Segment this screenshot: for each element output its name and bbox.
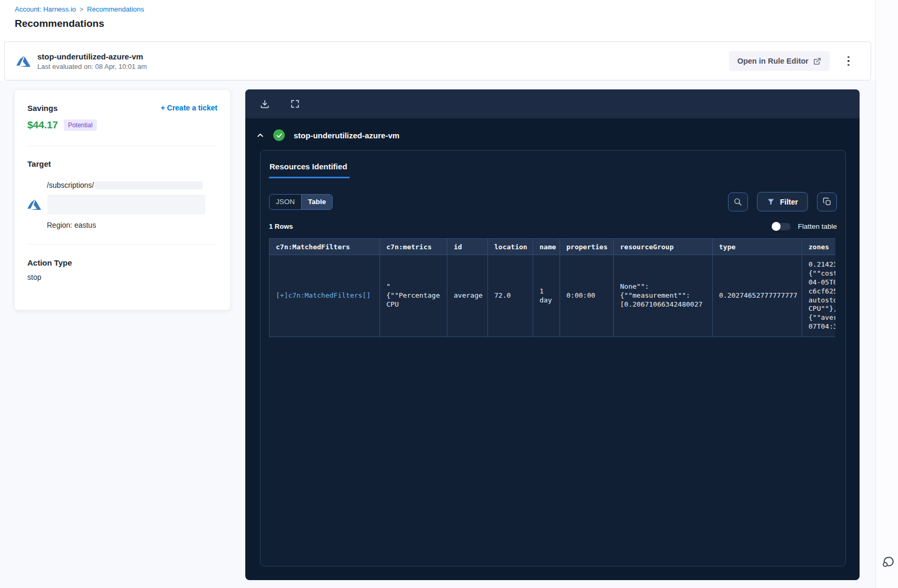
recommendation-identity: stop-underutilized-azure-vm Last evaluat… bbox=[16, 52, 147, 70]
divider bbox=[27, 244, 217, 245]
recommendation-details-card: Savings + Create a ticket $44.17 Potenti… bbox=[14, 89, 231, 310]
view-toggle-json[interactable]: JSON bbox=[270, 195, 301, 209]
feedback-chat-button[interactable] bbox=[880, 554, 896, 570]
open-rule-editor-label: Open in Rule Editor bbox=[737, 57, 809, 65]
expand-matched-filters-link[interactable]: [+]c7n:MatchedFilters[] bbox=[276, 291, 371, 299]
fullscreen-button[interactable] bbox=[289, 98, 301, 110]
redacted-subscription-id bbox=[95, 181, 203, 189]
cell-properties: 0:00:00 bbox=[560, 255, 614, 337]
recommendation-header-card: stop-underutilized-azure-vm Last evaluat… bbox=[4, 42, 871, 80]
savings-label: Savings bbox=[27, 104, 58, 113]
resource-result-title: stop-underutilized-azure-vm bbox=[294, 131, 400, 140]
kebab-menu-button[interactable] bbox=[842, 53, 855, 69]
view-toggle-table[interactable]: Table bbox=[301, 195, 332, 209]
column-header: id bbox=[447, 239, 488, 255]
cell-location: 72.0 bbox=[488, 255, 533, 337]
breadcrumb-account-link[interactable]: Account: Harness.io bbox=[15, 5, 76, 13]
flatten-table-toggle[interactable] bbox=[773, 223, 791, 230]
table-header-row: c7n:MatchedFilters c7n:metrics id locati… bbox=[270, 239, 836, 255]
search-button[interactable] bbox=[728, 192, 748, 211]
cell-zones: 0.21423 {""cost 04-05T0 c6cf625 autosto … bbox=[802, 255, 836, 337]
table-controls: JSON Table Filter bbox=[269, 192, 837, 211]
open-rule-editor-button[interactable]: Open in Rule Editor bbox=[729, 51, 830, 71]
target-path: /subscriptions/ bbox=[47, 181, 94, 189]
breadcrumb: Account: Harness.io > Recommendations bbox=[15, 5, 875, 13]
breadcrumb-recommendations-link[interactable]: Recommendations bbox=[87, 5, 144, 13]
action-type-value: stop bbox=[27, 273, 217, 281]
last-evaluated-text: Last evaluated on: 08 Apr, 10:01 am bbox=[37, 63, 147, 70]
header-actions: Open in Rule Editor bbox=[729, 51, 855, 71]
chevron-up-icon[interactable] bbox=[256, 131, 264, 139]
view-toggle: JSON Table bbox=[269, 194, 333, 210]
column-header: resourceGroup bbox=[614, 239, 713, 255]
main-content: Account: Harness.io > Recommendations Re… bbox=[0, 0, 875, 588]
page-header: Account: Harness.io > Recommendations Re… bbox=[0, 0, 875, 42]
copy-button[interactable] bbox=[817, 192, 837, 211]
target-region: Region: eastus bbox=[47, 221, 217, 229]
action-type-label: Action Type bbox=[27, 258, 217, 267]
results-table-wrapper: c7n:MatchedFilters c7n:metrics id locati… bbox=[269, 238, 835, 337]
table-row: [+]c7n:MatchedFilters[] " {""Percentage … bbox=[270, 255, 836, 337]
filter-icon bbox=[767, 198, 775, 206]
breadcrumb-separator: > bbox=[79, 6, 83, 13]
potential-badge: Potential bbox=[64, 119, 97, 131]
success-icon bbox=[273, 129, 285, 141]
tab-resources-identified[interactable]: Resources Identified bbox=[269, 161, 350, 178]
column-header: name bbox=[533, 239, 560, 255]
page-title: Recommendations bbox=[15, 18, 875, 29]
column-header: location bbox=[488, 239, 533, 255]
resource-result-row: stop-underutilized-azure-vm bbox=[256, 127, 860, 143]
flatten-table-label: Flatten table bbox=[798, 222, 837, 230]
azure-icon bbox=[16, 54, 31, 68]
savings-amount: $44.17 bbox=[27, 119, 58, 131]
resources-identified-section: Resources Identified JSON Table bbox=[260, 150, 846, 566]
target-label: Target bbox=[27, 159, 217, 168]
evaluation-results-panel: stop-underutilized-azure-vm Resources Id… bbox=[245, 89, 860, 580]
right-rail bbox=[875, 0, 898, 588]
results-toolbar bbox=[245, 89, 860, 118]
cell-type: 0.20274652777777777 bbox=[713, 255, 802, 337]
divider bbox=[27, 146, 217, 146]
filter-button[interactable]: Filter bbox=[757, 192, 808, 211]
cell-name: 1 day bbox=[533, 255, 560, 337]
column-header: properties bbox=[560, 239, 614, 255]
download-button[interactable] bbox=[258, 98, 271, 110]
azure-icon bbox=[27, 198, 41, 211]
create-ticket-link[interactable]: + Create a ticket bbox=[161, 104, 217, 112]
cell-metrics: " {""Percentage CPU bbox=[380, 255, 447, 337]
redacted-resource-path bbox=[47, 195, 205, 215]
column-header: c7n:MatchedFilters bbox=[270, 239, 380, 255]
cell-resource-group: None"": {""measurement"": [0.20671066342… bbox=[614, 255, 713, 337]
content-area: Savings + Create a ticket $44.17 Potenti… bbox=[0, 80, 875, 588]
column-header: zones bbox=[802, 239, 836, 255]
rows-count: 1 Rows bbox=[269, 222, 293, 230]
column-header: type bbox=[713, 239, 802, 255]
results-table: c7n:MatchedFilters c7n:metrics id locati… bbox=[269, 238, 835, 337]
cell-id: average bbox=[447, 255, 488, 337]
column-header: c7n:metrics bbox=[380, 239, 447, 255]
recommendation-name: stop-underutilized-azure-vm bbox=[37, 52, 147, 61]
external-link-icon bbox=[813, 57, 821, 65]
filter-label: Filter bbox=[780, 198, 798, 206]
cell-matched-filters: [+]c7n:MatchedFilters[] bbox=[270, 255, 380, 337]
table-meta-row: 1 Rows Flatten table bbox=[269, 222, 837, 230]
